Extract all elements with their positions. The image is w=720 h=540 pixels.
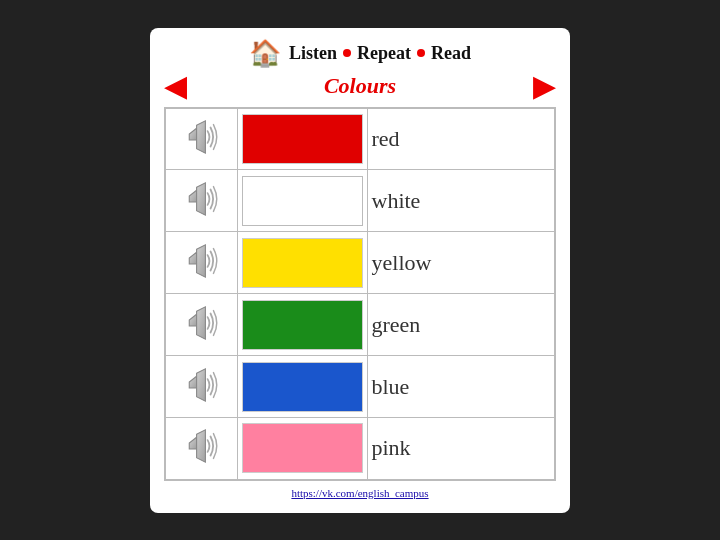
speaker-cell[interactable] <box>165 108 237 170</box>
svg-marker-0 <box>190 128 197 140</box>
page: 🏠 Listen Repeat Read ◀ Colours ▶ <box>150 28 570 513</box>
speaker-icon <box>179 239 223 283</box>
speaker-cell[interactable] <box>165 232 237 294</box>
color-swatch-red <box>242 114 363 164</box>
color-label: pink <box>367 418 555 480</box>
svg-marker-8 <box>190 376 197 388</box>
color-swatch-pink <box>242 423 363 473</box>
color-label: blue <box>367 356 555 418</box>
svg-marker-5 <box>197 244 206 276</box>
svg-marker-2 <box>190 190 197 202</box>
page-title: Colours <box>324 73 396 99</box>
color-cell <box>237 356 367 418</box>
svg-marker-6 <box>190 314 197 326</box>
color-cell <box>237 418 367 480</box>
speaker-cell[interactable] <box>165 418 237 480</box>
arrow-left[interactable]: ◀ <box>164 68 187 103</box>
color-cell <box>237 232 367 294</box>
color-swatch-yellow <box>242 238 363 288</box>
title-row: ◀ Colours ▶ <box>164 73 556 99</box>
house-icon: 🏠 <box>249 38 281 69</box>
table-row: white <box>165 170 555 232</box>
table-row: yellow <box>165 232 555 294</box>
speaker-cell[interactable] <box>165 294 237 356</box>
color-cell <box>237 170 367 232</box>
speaker-icon <box>179 301 223 345</box>
svg-marker-9 <box>197 368 206 400</box>
dot1 <box>343 49 351 57</box>
table-row: blue <box>165 356 555 418</box>
header: 🏠 Listen Repeat Read <box>249 38 471 69</box>
color-cell <box>237 108 367 170</box>
color-label: yellow <box>367 232 555 294</box>
svg-marker-4 <box>190 252 197 264</box>
speaker-cell[interactable] <box>165 170 237 232</box>
repeat-label: Repeat <box>357 43 411 64</box>
svg-marker-10 <box>190 437 197 449</box>
svg-marker-3 <box>197 182 206 214</box>
speaker-icon <box>179 363 223 407</box>
read-label: Read <box>431 43 471 64</box>
speaker-cell[interactable] <box>165 356 237 418</box>
arrow-right[interactable]: ▶ <box>533 68 556 103</box>
speaker-icon <box>179 115 223 159</box>
dot2 <box>417 49 425 57</box>
color-label: white <box>367 170 555 232</box>
colours-table: red white <box>164 107 556 481</box>
color-cell <box>237 294 367 356</box>
listen-label: Listen <box>289 43 337 64</box>
table-row: pink <box>165 418 555 480</box>
svg-marker-11 <box>197 430 206 462</box>
table-row: green <box>165 294 555 356</box>
color-label: green <box>367 294 555 356</box>
color-swatch-green <box>242 300 363 350</box>
color-swatch-blue <box>242 362 363 412</box>
svg-marker-7 <box>197 306 206 338</box>
speaker-icon <box>179 424 223 468</box>
color-swatch-white <box>242 176 363 226</box>
color-label: red <box>367 108 555 170</box>
svg-marker-1 <box>197 121 206 153</box>
speaker-icon <box>179 177 223 221</box>
table-row: red <box>165 108 555 170</box>
footer-link[interactable]: https://vk.com/english_campus <box>291 487 428 499</box>
header-text: Listen Repeat Read <box>289 43 471 64</box>
